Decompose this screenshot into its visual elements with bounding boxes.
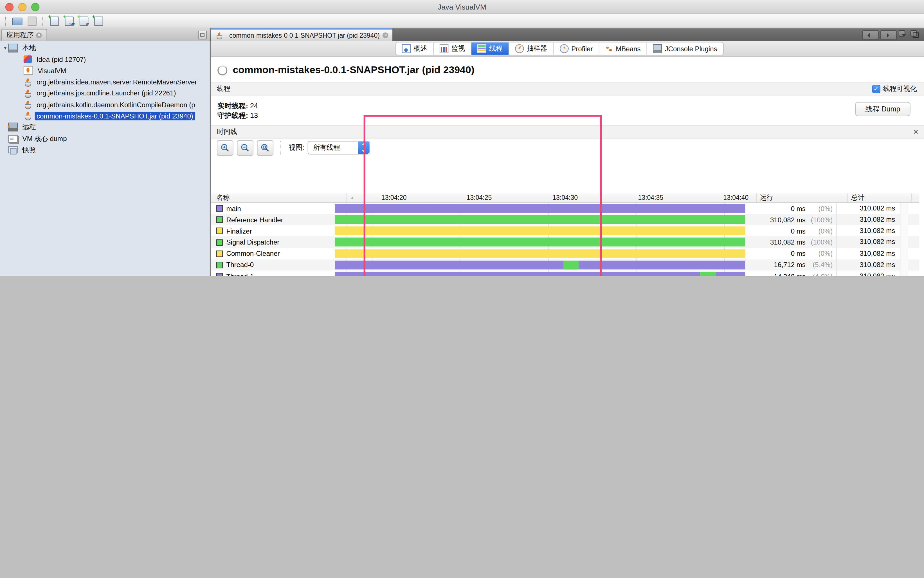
running-ms: 0 ms xyxy=(791,227,806,234)
zoom-out-icon[interactable] xyxy=(237,140,253,155)
thread-state-icon xyxy=(216,239,223,246)
row-scroll-strip xyxy=(900,270,908,276)
toolbar-separator xyxy=(280,141,282,155)
header-corner xyxy=(911,193,919,202)
running-percent: (5.4%) xyxy=(806,261,836,268)
tree-item[interactable]: org.jetbrains.kotlin.daemon.KotlinCompil… xyxy=(0,99,210,110)
sidebar-tab-strip: 应用程序 × xyxy=(0,28,210,41)
thread-state-icon xyxy=(216,262,223,268)
sampler-icon xyxy=(515,44,524,53)
java-icon xyxy=(24,89,32,97)
running-ms: 14,348 ms xyxy=(774,273,806,276)
view-tab-threads[interactable]: 线程 xyxy=(472,42,509,55)
visualvm-window: Java VisualVM + +JMX +01 + 应用程序 × common… xyxy=(0,0,924,276)
running-ms: 0 ms xyxy=(791,205,806,212)
running-ms: 310,082 ms xyxy=(770,239,806,246)
document-tab[interactable]: common-mistakes-0 0 1-SNAPSHOT jar (pid … xyxy=(211,28,393,41)
toolbar-separator xyxy=(42,16,44,26)
thread-state-icon xyxy=(216,273,223,276)
time-tick-label: 13:04:40 xyxy=(723,193,749,202)
mbeans-icon xyxy=(605,45,613,52)
thread-name-cell: Finalizer xyxy=(211,226,347,237)
thread-visualization-toggle[interactable]: ✓ 线程可视化 xyxy=(872,84,917,93)
zoom-in-icon[interactable] xyxy=(217,140,233,155)
close-icon[interactable]: × xyxy=(383,32,389,38)
remote-icon xyxy=(8,123,18,132)
thread-dump-button[interactable]: 线程 Dump xyxy=(855,102,911,116)
java-app-icon xyxy=(216,32,223,39)
add-vm-coredump-icon[interactable]: +01 xyxy=(78,16,90,26)
running-time-cell: 0 ms(0%) xyxy=(745,226,836,237)
collapse-panel-icon[interactable] xyxy=(198,31,207,39)
view-tab-label: Profiler xyxy=(571,45,593,52)
tree-item-label: org.jetbrains.jps.cmdline.Launcher (pid … xyxy=(35,89,178,97)
running-column-header[interactable]: 运行 xyxy=(756,193,847,202)
view-tab-profiler[interactable]: Profiler xyxy=(554,42,599,55)
tree-item-label: VisualVM xyxy=(36,67,68,75)
applications-tab-label: 应用程序 xyxy=(6,31,34,39)
view-tab-sampler[interactable]: 抽样器 xyxy=(509,42,554,55)
running-percent: (100%) xyxy=(806,239,836,246)
overview-icon xyxy=(402,44,411,53)
view-tab-monitor[interactable]: 监视 xyxy=(434,42,472,55)
view-tab-label: MBeans xyxy=(616,45,640,52)
coredump-icon xyxy=(8,135,18,142)
row-scroll-strip xyxy=(900,203,908,214)
tree-item[interactable]: VisualVM xyxy=(0,65,210,76)
tree-item[interactable]: 远程 xyxy=(0,122,210,133)
java-icon xyxy=(24,78,32,86)
applications-tree: ▼本地Idea (pid 12707)VisualVMorg.jetbrains… xyxy=(0,41,210,156)
tree-item[interactable]: org.jetbrains.jps.cmdline.Launcher (pid … xyxy=(0,88,210,99)
save-snapshot-icon xyxy=(26,16,38,26)
tree-item[interactable]: VM 核心 dump xyxy=(0,133,210,144)
running-time-cell: 0 ms(0%) xyxy=(745,203,836,214)
checkbox-checked-icon[interactable]: ✓ xyxy=(872,85,880,93)
tab-strip: 应用程序 × common-mistakes-0 0 1-SNAPSHOT ja… xyxy=(0,28,924,41)
close-timeline-icon[interactable]: × xyxy=(914,127,918,136)
total-time-cell: 310,082 ms xyxy=(836,270,900,276)
thread-view-select[interactable]: 所有线程 xyxy=(308,141,370,154)
load-snapshot-icon[interactable] xyxy=(11,16,23,26)
title-bar: Java VisualVM xyxy=(0,0,924,14)
tree-item-label: common-mistakes-0.0.1-SNAPSHOT.jar (pid … xyxy=(35,112,195,120)
scroll-tabs-left-icon[interactable] xyxy=(862,30,879,40)
running-percent: (0%) xyxy=(806,205,836,212)
zoom-fit-icon[interactable] xyxy=(257,140,273,155)
add-remote-host-icon[interactable]: + xyxy=(49,16,60,26)
document-tab-label: common-mistakes-0 0 1-SNAPSHOT jar (pid … xyxy=(229,32,380,39)
view-tab-mbeans[interactable]: MBeans xyxy=(600,42,647,55)
view-tab-jconsole[interactable]: JConsole Plugins xyxy=(647,42,723,55)
tree-item-label: 远程 xyxy=(21,122,38,133)
thread-name: main xyxy=(226,205,241,212)
total-column-header[interactable]: 总计 xyxy=(848,193,911,202)
thread-name-cell: Signal Dispatcher xyxy=(211,237,347,248)
computer-icon xyxy=(8,44,18,52)
applications-tab[interactable]: 应用程序 × xyxy=(1,29,47,41)
scroll-tabs-right-icon[interactable] xyxy=(880,30,897,40)
thread-state-icon xyxy=(216,205,223,212)
view-selector-label: 视图: xyxy=(289,143,304,152)
tree-item[interactable]: common-mistakes-0.0.1-SNAPSHOT.jar (pid … xyxy=(0,110,210,122)
sort-ascending-icon[interactable]: ▲ xyxy=(346,193,358,202)
tree-item[interactable]: Idea (pid 12707) xyxy=(0,54,210,65)
tab-navigation xyxy=(862,30,920,40)
add-jmx-connection-icon[interactable]: +JMX xyxy=(63,16,75,26)
view-tab-overview[interactable]: 概述 xyxy=(396,42,434,55)
tab-list-dropdown-icon[interactable] xyxy=(899,30,905,37)
tree-item-label: 本地 xyxy=(21,43,38,53)
tree-item[interactable]: 快照 xyxy=(0,144,210,156)
add-application-snapshot-icon[interactable]: + xyxy=(92,16,104,26)
running-time-cell: 310,082 ms(100%) xyxy=(745,237,836,248)
thread-name: Finalizer xyxy=(226,227,252,234)
applications-sidebar: ▼本地Idea (pid 12707)VisualVMorg.jetbrains… xyxy=(0,41,211,276)
state-segment xyxy=(700,272,716,276)
maximize-view-icon[interactable] xyxy=(911,30,917,37)
close-icon[interactable]: × xyxy=(36,32,42,38)
tree-item[interactable]: ▼本地 xyxy=(0,42,210,54)
view-tab-label: 线程 xyxy=(489,44,503,53)
expand-arrow-icon[interactable]: ▼ xyxy=(2,45,8,51)
total-time-cell: 310,082 ms xyxy=(836,226,900,237)
tree-item[interactable]: org.jetbrains.idea.maven.server.RemoteMa… xyxy=(0,76,210,88)
name-column-header[interactable]: 名称 xyxy=(211,193,346,202)
running-ms: 0 ms xyxy=(791,250,806,257)
